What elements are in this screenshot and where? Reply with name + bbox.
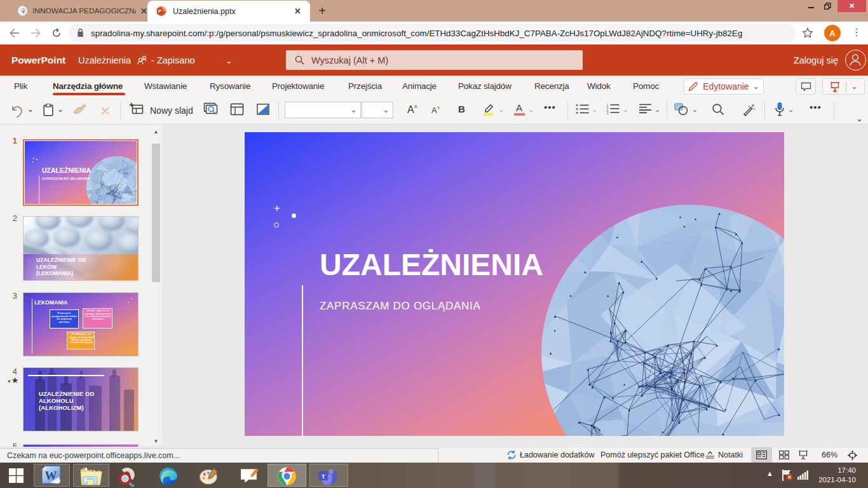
svg-text:3: 3 — [606, 111, 609, 114]
svg-text:T: T — [322, 473, 325, 480]
svg-text:P: P — [158, 8, 162, 14]
